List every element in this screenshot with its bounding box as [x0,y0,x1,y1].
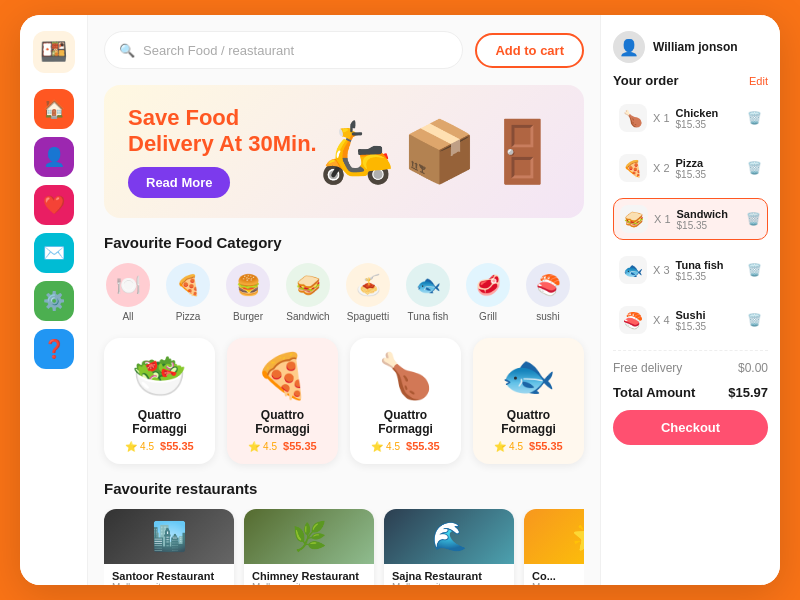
order-panel: 👤 William jonson Your order Edit 🍗 X 1 C… [600,15,780,585]
restaurant-3-city: Melborn city [392,582,506,585]
delete-pizza-icon[interactable]: 🗑️ [747,161,762,175]
add-to-cart-button[interactable]: Add to cart [475,33,584,68]
delete-chicken-icon[interactable]: 🗑️ [747,111,762,125]
order-item-pizza-name: Pizza [676,157,741,169]
banner: Save Food Delivery At 30Min. Read More 🛵… [104,85,584,218]
total-row: Total Amount $15.97 [613,385,768,400]
food-card-1[interactable]: 🥗 Quattro Formaggi ⭐ 4.5 $55.35 [104,338,215,464]
food-card-4-rating: ⭐ 4.5 [494,441,523,452]
category-all-icon: 🍽️ [106,263,150,307]
category-tuna[interactable]: 🐟 Tuna fish [404,263,452,322]
banner-illustration: 🛵 📦 🚪 [319,116,560,187]
categories-list: 🍽️ All 🍕 Pizza 🍔 Burger 🥪 Sandwich 🍝 Spa… [104,263,584,322]
order-item-sandwich: 🥪 X 1 Sandwich $15.35 🗑️ [613,198,768,240]
sidebar-item-settings[interactable]: ⚙️ [34,281,74,321]
edit-link[interactable]: Edit [749,75,768,87]
order-item-tuna-qty: X 3 [653,264,670,276]
delete-tuna-icon[interactable]: 🗑️ [747,263,762,277]
read-more-button[interactable]: Read More [128,167,230,198]
category-all-label: All [122,311,133,322]
order-item-sandwich-name: Sandwich [677,208,740,220]
sidebar-item-profile[interactable]: 👤 [34,137,74,177]
checkout-button[interactable]: Checkout [613,410,768,445]
free-delivery-row: Free delivery $0.00 [613,361,768,375]
category-sandwich[interactable]: 🥪 Sandwich [284,263,332,322]
total-value: $15.97 [728,385,768,400]
order-item-pizza-price: $15.35 [676,169,741,180]
food-card-2-rating: ⭐ 4.5 [248,441,277,452]
restaurant-1[interactable]: 🏙️ Santoor Restaurant Melborn city ★★★★★… [104,509,234,585]
food-card-4-meta: ⭐ 4.5 $55.35 [494,440,562,452]
restaurant-1-img: 🏙️ [104,509,234,564]
restaurant-2-city: Melborn city [252,582,366,585]
restaurants-list: 🏙️ Santoor Restaurant Melborn city ★★★★★… [104,509,584,585]
app-container: 🍱 🏠 👤 ❤️ ✉️ ⚙️ ❓ 🔍 Search Food / reastau… [20,15,780,585]
restaurant-3[interactable]: 🌊 Sajna Restaurant Melborn city ★★★★★ 4.… [384,509,514,585]
restaurants-section-title: Favourite restaurants [104,480,584,497]
restaurant-4[interactable]: 🌟 Co... Me... ★★★★★ 4.5 [524,509,584,585]
category-sandwich-icon: 🥪 [286,263,330,307]
food-card-4[interactable]: 🐟 Quattro Formaggi ⭐ 4.5 $55.35 [473,338,584,464]
order-item-pizza-qty: X 2 [653,162,670,174]
order-item-sushi-img: 🍣 [619,306,647,334]
food-card-2-price: $55.35 [283,440,317,452]
category-grill[interactable]: 🥩 Grill [464,263,512,322]
restaurant-1-name: Santoor Restaurant [112,570,226,582]
restaurant-3-img: 🌊 [384,509,514,564]
app-logo: 🍱 [33,31,75,73]
order-item-tuna: 🐟 X 3 Tuna fish $15.35 🗑️ [613,250,768,290]
category-pizza[interactable]: 🍕 Pizza [164,263,212,322]
restaurant-2-img: 🌿 [244,509,374,564]
category-spaguetti[interactable]: 🍝 Spaguetti [344,263,392,322]
category-sandwich-label: Sandwich [286,311,329,322]
search-icon: 🔍 [119,43,135,58]
category-tuna-icon: 🐟 [406,263,450,307]
restaurant-2[interactable]: 🌿 Chimney Restaurant Melborn city ★★★★★ … [244,509,374,585]
order-item-pizza: 🍕 X 2 Pizza $15.35 🗑️ [613,148,768,188]
restaurant-4-name: Co... [532,570,584,582]
restaurant-3-name: Sajna Restaurant [392,570,506,582]
free-delivery-label: Free delivery [613,361,682,375]
food-card-1-name: Quattro Formaggi [116,408,203,436]
order-item-pizza-img: 🍕 [619,154,647,182]
restaurant-4-info: Co... Me... ★★★★★ 4.5 [524,564,584,585]
food-card-3[interactable]: 🍗 Quattro Formaggi ⭐ 4.5 $55.35 [350,338,461,464]
category-sushi[interactable]: 🍣 sushi [524,263,572,322]
search-bar[interactable]: 🔍 Search Food / reastaurant [104,31,463,69]
sidebar-item-help[interactable]: ❓ [34,329,74,369]
order-user: 👤 William jonson [613,31,768,63]
category-tuna-label: Tuna fish [408,311,449,322]
food-card-1-rating: ⭐ 4.5 [125,441,154,452]
food-card-2-meta: ⭐ 4.5 $55.35 [248,440,316,452]
order-item-tuna-name: Tuna fish [676,259,741,271]
header: 🔍 Search Food / reastaurant Add to cart [104,31,584,69]
food-card-4-price: $55.35 [529,440,563,452]
order-item-chicken-qty: X 1 [653,112,670,124]
sidebar-item-home[interactable]: 🏠 [34,89,74,129]
category-all[interactable]: 🍽️ All [104,263,152,322]
food-card-3-price: $55.35 [406,440,440,452]
category-grill-icon: 🥩 [466,263,510,307]
order-item-sushi-name: Sushi [676,309,741,321]
food-card-3-rating: ⭐ 4.5 [371,441,400,452]
category-burger-label: Burger [233,311,263,322]
food-card-4-emoji: 🐟 [501,350,556,402]
banner-title: Save Food Delivery At 30Min. [128,105,317,157]
order-item-sandwich-img: 🥪 [620,205,648,233]
delete-sushi-icon[interactable]: 🗑️ [747,313,762,327]
sidebar-item-messages[interactable]: ✉️ [34,233,74,273]
banner-text: Save Food Delivery At 30Min. Read More [128,105,317,198]
food-card-2[interactable]: 🍕 Quattro Formaggi ⭐ 4.5 $55.35 [227,338,338,464]
delete-sandwich-icon[interactable]: 🗑️ [746,212,761,226]
categories-section-title: Favourite Food Category [104,234,584,251]
order-item-sushi-price: $15.35 [676,321,741,332]
category-burger[interactable]: 🍔 Burger [224,263,272,322]
food-card-3-emoji: 🍗 [378,350,433,402]
sidebar-item-favorites[interactable]: ❤️ [34,185,74,225]
restaurant-4-img: 🌟 [524,509,584,564]
food-card-3-meta: ⭐ 4.5 $55.35 [371,440,439,452]
restaurant-1-city: Melborn city [112,582,226,585]
order-item-sushi-qty: X 4 [653,314,670,326]
food-card-2-emoji: 🍕 [255,350,310,402]
order-item-chicken-img: 🍗 [619,104,647,132]
